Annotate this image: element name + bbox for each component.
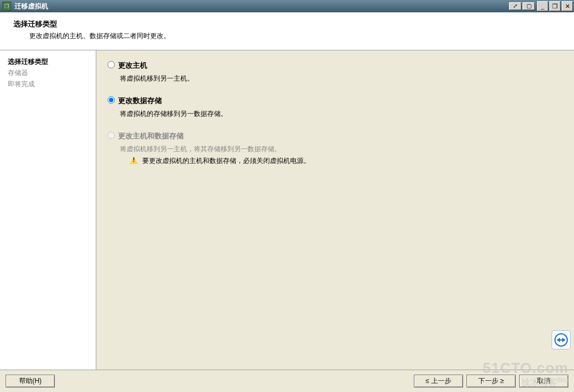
page-title: 选择迁移类型 xyxy=(13,19,574,29)
app-icon: ❐ xyxy=(2,2,11,11)
radio-change-both xyxy=(108,132,115,139)
expand-icon[interactable]: ⤢ xyxy=(509,2,521,10)
page-subtitle: 更改虚拟机的主机、数据存储或二者同时更改。 xyxy=(29,31,574,41)
option-change-host-desc: 将虚拟机移到另一主机。 xyxy=(120,74,568,83)
option-change-host-row[interactable]: 更改主机 xyxy=(108,60,568,71)
svg-marker-2 xyxy=(562,338,566,342)
teamviewer-icon xyxy=(554,333,568,347)
wizard-header: 选择迁移类型 更改虚拟机的主机、数据存储或二者同时更改。 xyxy=(0,12,574,50)
square-icon[interactable]: ▢ xyxy=(522,2,535,10)
option-change-both-warning: 要更改虚拟机的主机和数据存储，必须关闭虚拟机电源。 xyxy=(130,156,568,166)
back-button[interactable]: ≤ 上一步 xyxy=(414,375,463,388)
nav-step-select-type[interactable]: 选择迁移类型 xyxy=(8,56,90,67)
svg-rect-3 xyxy=(560,339,562,340)
teamviewer-panel[interactable] xyxy=(552,330,571,349)
titlebar: ❐ 迁移虚拟机 ⤢ ▢ _ ❐ ✕ xyxy=(0,0,574,12)
nav-step-finish: 即将完成 xyxy=(8,78,90,90)
option-change-host: 更改主机 将虚拟机移到另一主机。 xyxy=(108,60,568,83)
radio-change-host[interactable] xyxy=(108,61,115,68)
radio-change-datastore[interactable] xyxy=(108,96,115,104)
next-button[interactable]: 下一步 ≥ xyxy=(466,375,516,388)
wizard-nav: 选择迁移类型 存储器 即将完成 xyxy=(0,50,96,386)
option-change-both-row: 更改主机和数据存储 xyxy=(108,131,568,141)
wizard-content: 更改主机 将虚拟机移到另一主机。 更改数据存储 将虚拟机的存储移到另一数据存储。… xyxy=(96,50,574,386)
option-change-both-label: 更改主机和数据存储 xyxy=(118,131,184,141)
nav-step-storage: 存储器 xyxy=(8,67,90,78)
svg-marker-1 xyxy=(557,338,560,342)
minimize-button[interactable]: _ xyxy=(537,1,548,11)
option-change-datastore: 更改数据存储 将虚拟机的存储移到另一数据存储。 xyxy=(108,96,568,119)
option-change-datastore-label: 更改数据存储 xyxy=(118,96,162,106)
wizard-body: 选择迁移类型 存储器 即将完成 更改主机 将虚拟机移到另一主机。 更改数据存储 … xyxy=(0,50,574,386)
option-change-datastore-desc: 将虚拟机的存储移到另一数据存储。 xyxy=(120,109,568,119)
option-change-datastore-row[interactable]: 更改数据存储 xyxy=(108,96,568,106)
window-controls: _ ❐ ✕ xyxy=(537,1,573,11)
option-change-both-desc: 将虚拟机移到另一主机，将其存储移到另一数据存储。 xyxy=(120,144,568,154)
option-change-both-warning-text: 要更改虚拟机的主机和数据存储，必须关闭虚拟机电源。 xyxy=(142,156,310,166)
window-inner-controls: ⤢ ▢ xyxy=(509,2,535,10)
option-change-both: 更改主机和数据存储 将虚拟机移到另一主机，将其存储移到另一数据存储。 要更改虚拟… xyxy=(108,131,568,166)
help-button[interactable]: 帮助(H) xyxy=(6,375,55,388)
option-change-host-label: 更改主机 xyxy=(118,60,147,71)
close-button[interactable]: ✕ xyxy=(562,1,573,11)
window-title: 迁移虚拟机 xyxy=(15,2,48,11)
maximize-button[interactable]: ❐ xyxy=(549,1,561,11)
wizard-footer: 帮助(H) ≤ 上一步 下一步 ≥ 取消 xyxy=(0,370,574,392)
cancel-button[interactable]: 取消 xyxy=(519,375,568,388)
warning-icon xyxy=(130,156,138,164)
